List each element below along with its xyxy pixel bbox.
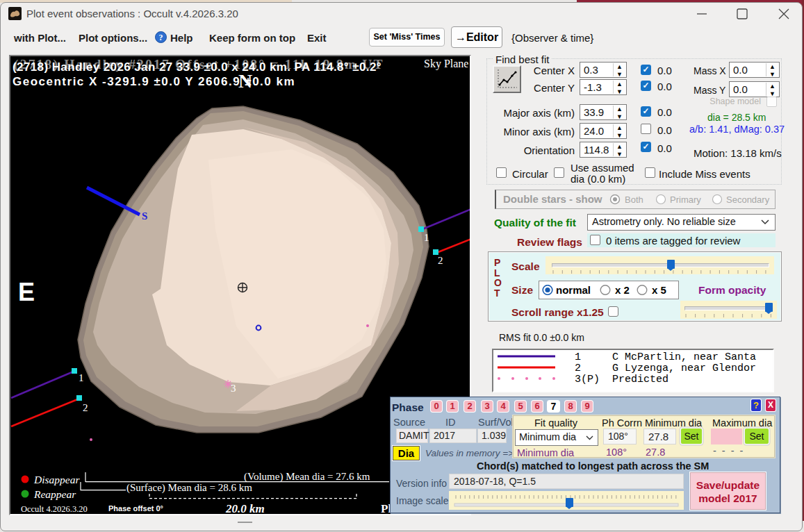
svg-text:Disappear: Disappear (33, 474, 80, 485)
svg-text:C McPartlin, near Santa: C McPartlin, near Santa (612, 351, 756, 363)
svg-text:Occult 4.2026.3.20: Occult 4.2026.3.20 (21, 504, 88, 514)
svg-text:G Lyzenga, near Glendor: G Lyzenga, near Glendor (612, 363, 756, 374)
svg-text:S: S (142, 210, 147, 222)
svg-text:20.0 km: 20.0 km (225, 502, 265, 514)
svg-text:2: 2 (438, 255, 443, 266)
svg-text:(Surface) Mean dia = 28.6 km: (Surface) Mean dia = 28.6 km (126, 482, 252, 494)
svg-text:(2718) Handley 2026 Jan 27: (2718) Handley 2026 Jan 27 33.9 ±0.0 x 2… (13, 60, 382, 74)
svg-text:Sky Plane: Sky Plane (424, 58, 468, 70)
svg-text:3(P): 3(P) (575, 374, 600, 385)
svg-text:Geocentric X -3291.9 ±0.0 Y: Geocentric X -3291.9 ±0.0 Y 2606.9 ±0.0 … (13, 75, 295, 88)
svg-text:Predicted: Predicted (612, 374, 668, 385)
svg-text:1: 1 (79, 372, 84, 383)
svg-text:?: ? (159, 33, 163, 42)
svg-text:N: N (238, 70, 252, 92)
svg-text:2: 2 (83, 402, 88, 413)
svg-text:1: 1 (575, 351, 581, 363)
svg-text:Phase offset 0°: Phase offset 0° (108, 504, 163, 513)
svg-text:2: 2 (575, 363, 581, 374)
svg-text:(Volume) Mean dia = 27.6 km: (Volume) Mean dia = 27.6 km (244, 471, 370, 483)
svg-text:Reappear: Reappear (33, 488, 76, 500)
svg-text:E: E (18, 278, 35, 306)
svg-text:1: 1 (424, 232, 429, 243)
